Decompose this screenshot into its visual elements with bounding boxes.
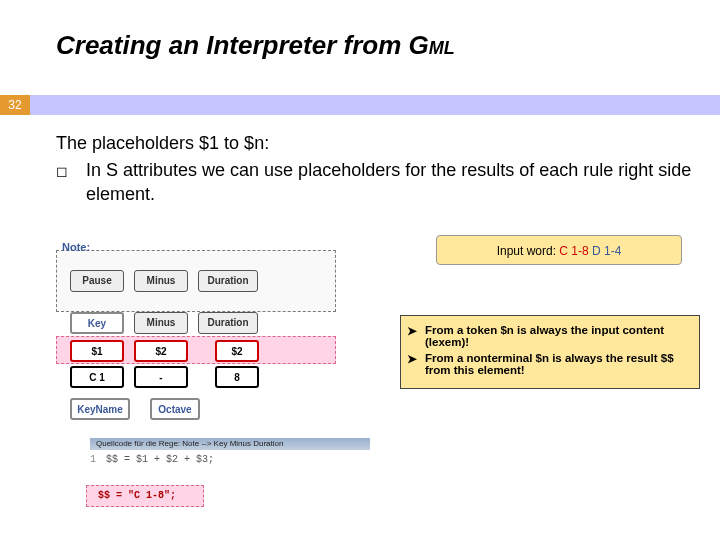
title-main: Creating an Interpreter from G	[56, 30, 429, 60]
placeholder-1: $1	[70, 340, 124, 362]
arrow-icon: ➤	[407, 324, 425, 348]
box-keyname: KeyName	[70, 398, 130, 420]
value-c1: C 1	[70, 366, 124, 388]
note-line-1: ➤ From a token $n is always the input co…	[407, 324, 691, 348]
input-word-label: Input word:	[497, 244, 560, 258]
body-text: The placeholders $1 to $n: ◻ In S attrib…	[56, 132, 696, 206]
input-word-part1: C 1-8	[559, 244, 588, 258]
code-line: 1$$ = $1 + $2 + $3;	[90, 454, 214, 465]
input-word-box: Input word: C 1-8 D 1-4	[436, 235, 682, 265]
code-text: $$ = $1 + $2 + $3;	[106, 454, 214, 465]
slide-title: Creating an Interpreter from GML	[56, 30, 455, 61]
bullet-icon: ◻	[56, 159, 86, 206]
note-line-2: ➤ From a nonterminal $n is always the re…	[407, 352, 691, 376]
value-eight: 8	[215, 366, 259, 388]
bullet-row: ◻ In S attributes we can use placeholder…	[56, 159, 696, 206]
body-heading: The placeholders $1 to $n:	[56, 132, 696, 155]
box-key: Key	[70, 312, 124, 334]
title-sub: ML	[429, 38, 455, 58]
page-stripe	[0, 95, 720, 115]
box-duration: Duration	[198, 312, 258, 334]
placeholder-2a: $2	[134, 340, 188, 362]
note-text-1: From a token $n is always the input cont…	[425, 324, 691, 348]
value-dash: -	[134, 366, 188, 388]
bullet-text: In S attributes we can use placeholders …	[86, 159, 696, 206]
box-duration: Duration	[198, 270, 258, 292]
box-pause: Pause	[70, 270, 124, 292]
line-number: 1	[90, 454, 96, 465]
box-minus: Minus	[134, 312, 188, 334]
grammar-diagram: Note: Pause Minus Duration Key Minus Dur…	[50, 240, 380, 530]
code-header: Quellcode für die Rege: Note --> Key Min…	[90, 438, 370, 450]
page-number: 32	[0, 95, 30, 115]
notes-box: ➤ From a token $n is always the input co…	[400, 315, 700, 389]
box-octave: Octave	[150, 398, 200, 420]
result-line: $$ = "C 1-8";	[98, 490, 176, 501]
input-word-part2: D 1-4	[589, 244, 622, 258]
arrow-icon: ➤	[407, 352, 425, 376]
box-minus: Minus	[134, 270, 188, 292]
placeholder-2b: $2	[215, 340, 259, 362]
note-text-2: From a nonterminal $n is always the resu…	[425, 352, 691, 376]
diagram-note-label: Note:	[62, 241, 90, 253]
